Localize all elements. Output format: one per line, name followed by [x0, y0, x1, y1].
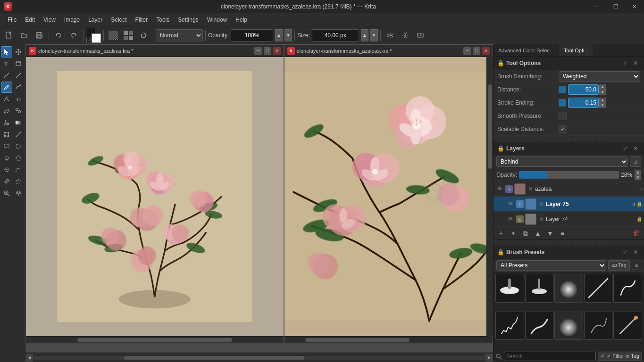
layers-filter-button[interactable]: ⊿	[630, 156, 641, 167]
menu-image[interactable]: Image	[60, 16, 84, 24]
move-layer-down-button[interactable]: ▼	[544, 228, 556, 239]
menu-edit[interactable]: Edit	[21, 16, 39, 24]
tool-gradient[interactable]	[13, 117, 24, 128]
document-close-left[interactable]: ✕	[273, 47, 281, 55]
undo-button[interactable]	[51, 28, 66, 42]
canvas-scrollbar-vertical[interactable]	[486, 57, 493, 337]
brush-preset-1[interactable]	[495, 274, 524, 303]
layers-opacity-slider[interactable]	[519, 171, 619, 179]
tool-paint[interactable]	[1, 82, 12, 93]
pattern-button[interactable]	[121, 28, 135, 42]
tool-freehand[interactable]	[1, 70, 12, 81]
distance-up[interactable]: ▲	[599, 84, 606, 90]
layer-item-azalea[interactable]: 👁 G ⧉ azalea α	[493, 181, 644, 197]
save-document-button[interactable]	[32, 28, 46, 42]
brush-presets-close-button[interactable]: ✕	[631, 247, 640, 257]
tab-advanced-color[interactable]: Advanced Color Selec...	[493, 44, 559, 56]
tool-eraser[interactable]	[1, 105, 12, 116]
opacity-up-button[interactable]: ▲	[275, 29, 283, 41]
menu-view[interactable]: View	[40, 16, 59, 24]
brush-smoothing-select[interactable]: Weighted None Basic Stabilizer	[559, 71, 640, 82]
canvas-scrollbar-horizontal-left[interactable]	[26, 336, 284, 343]
delete-layer-button[interactable]: 🗑	[631, 228, 642, 239]
layer-visibility-azalea[interactable]: 👁	[495, 185, 504, 193]
smooth-pressure-checkbox[interactable]	[559, 112, 567, 120]
tool-color-picker[interactable]	[1, 176, 12, 187]
open-document-button[interactable]	[17, 28, 31, 42]
brush-preset-7[interactable]	[525, 312, 554, 340]
menu-settings[interactable]: Settings	[174, 16, 202, 24]
tool-contiguous-select[interactable]	[1, 152, 12, 164]
layer-properties-button[interactable]: ≡	[557, 228, 568, 239]
add-layer-dropdown[interactable]: ▼	[508, 228, 519, 239]
distance-down[interactable]: ▼	[599, 90, 606, 95]
document-minimize-left[interactable]: ─	[254, 47, 262, 55]
tool-star-select[interactable]	[13, 176, 24, 187]
move-layer-up-button[interactable]: ▲	[532, 228, 544, 239]
brush-presets-drag-handle[interactable]: · · · · · · · · · · · · ·	[493, 241, 644, 245]
tool-options-float-button[interactable]: ⤢	[620, 58, 630, 68]
add-layer-button[interactable]: +	[495, 228, 507, 239]
layers-float-button[interactable]: ⤢	[620, 144, 630, 153]
document-minimize-right[interactable]: ─	[463, 47, 471, 55]
brush-presets-settings[interactable]: ≡	[632, 261, 641, 270]
layer-item-74[interactable]: 👁 C ⧉ Layer 74 🔒	[493, 212, 644, 227]
size-input[interactable]	[312, 29, 359, 41]
scroll-right-button[interactable]: ►	[485, 354, 493, 362]
size-up-button[interactable]: ▲	[361, 29, 368, 41]
reset-brush-button[interactable]	[136, 28, 151, 42]
menu-file[interactable]: File	[4, 16, 20, 24]
blend-mode-select[interactable]: Normal Multiply Screen Overlay	[156, 29, 203, 41]
mirror-h-button[interactable]	[383, 28, 397, 42]
menu-select[interactable]: Select	[107, 16, 130, 24]
layer-visibility-74[interactable]: 👁	[506, 215, 515, 223]
brush-search-input[interactable]	[504, 352, 596, 361]
opacity-input[interactable]	[231, 29, 273, 41]
brush-preset-2[interactable]	[525, 274, 554, 303]
tool-select[interactable]	[1, 46, 12, 58]
document-restore-right[interactable]: □	[473, 47, 480, 55]
tag-button[interactable]: 🏷 Tag	[608, 260, 630, 271]
brush-tag-select[interactable]: All Presets Basic Pencil Ink	[496, 260, 606, 271]
stroke-ending-down[interactable]: ▼	[599, 103, 606, 108]
brush-preset-8[interactable]	[554, 312, 583, 340]
copy-layer-button[interactable]: ⧉	[520, 228, 531, 239]
document-restore-left[interactable]: □	[264, 47, 271, 55]
opacity-spin-up[interactable]: ▲	[635, 170, 641, 175]
new-document-button[interactable]	[2, 28, 16, 42]
tool-clone[interactable]	[13, 105, 24, 116]
redo-button[interactable]	[67, 28, 81, 42]
panel-drag-handle[interactable]: · · · · · · · · · · · · ·	[493, 137, 644, 141]
background-color[interactable]	[92, 33, 101, 43]
scalable-distance-checkbox[interactable]: ✓	[559, 125, 567, 133]
close-button[interactable]: ✕	[625, 0, 644, 13]
layers-close-button[interactable]: ✕	[631, 144, 640, 153]
color-selector[interactable]: ↺	[86, 28, 101, 43]
size-down-button[interactable]: ▼	[370, 29, 378, 41]
brush-preset-6[interactable]	[495, 312, 524, 340]
scroll-left-button[interactable]: ◄	[25, 354, 33, 362]
tool-fill[interactable]	[1, 117, 12, 128]
tool-rect-select[interactable]	[1, 140, 12, 152]
brush-preset-9[interactable]	[584, 312, 613, 340]
brush-preset-5[interactable]	[613, 274, 642, 303]
brush-preset-10[interactable]	[613, 312, 642, 340]
fill-pattern-button[interactable]	[106, 28, 120, 42]
tool-spray[interactable]	[13, 93, 24, 105]
tool-color-select[interactable]	[1, 164, 12, 175]
layer-item-75[interactable]: 👁 T ⧉ Layer 75 α 🔒	[493, 197, 644, 212]
stroke-ending-up[interactable]: ▲	[599, 98, 606, 103]
canvas-scrollbar-horizontal-right[interactable]	[284, 336, 493, 343]
menu-tools[interactable]: Tools	[152, 16, 173, 24]
menu-window[interactable]: Window	[203, 16, 231, 24]
tool-dynamic[interactable]	[13, 82, 24, 93]
tool-measure[interactable]	[13, 129, 24, 140]
tool-freehand-select[interactable]	[13, 140, 24, 152]
tool-line[interactable]	[13, 70, 24, 81]
tool-move[interactable]	[13, 46, 24, 58]
restore-button[interactable]: ❐	[606, 0, 625, 13]
layer-visibility-75[interactable]: 👁	[506, 200, 515, 208]
reset-colors-icon[interactable]: ↺	[86, 38, 91, 42]
document-canvas-left[interactable]	[26, 57, 284, 336]
layers-blend-mode-select[interactable]: Behind Normal Multiply Screen	[496, 156, 628, 167]
